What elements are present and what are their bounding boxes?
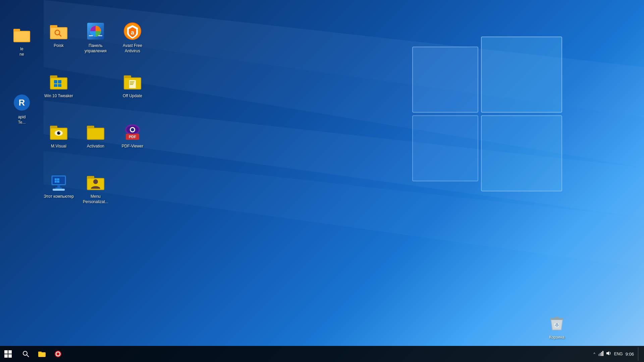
icon-win10tweaker-label: Win 10 Tweaker [44,94,73,99]
icon-activation-label: Activation [87,144,104,149]
svg-rect-1 [481,37,562,112]
svg-point-48 [59,132,60,133]
taskbar-volume-icon[interactable] [606,351,611,357]
svg-marker-92 [606,351,609,355]
svg-rect-67 [53,189,65,191]
svg-rect-24 [98,35,102,36]
svg-rect-32 [58,80,61,83]
svg-text:PDF: PDF [129,135,136,139]
icon-mvisual-label: M.Visual [51,144,66,149]
svg-rect-23 [89,35,93,36]
svg-rect-65 [57,185,60,187]
svg-rect-12 [14,32,30,42]
svg-rect-2 [413,116,478,181]
svg-rect-88 [598,354,599,356]
icon-empty-2 [116,169,149,220]
svg-rect-34 [58,84,61,87]
svg-rect-17 [51,28,67,39]
svg-rect-62 [57,178,59,180]
svg-rect-80 [8,354,12,358]
svg-rect-61 [55,178,57,180]
taskbar-language[interactable]: ENG [614,352,623,356]
icon-win10tweaker[interactable]: Win 10 Tweaker [42,69,75,119]
icon-avast-label: Avast Free Antivirus [117,43,149,54]
icon-pdf-viewer[interactable]: PDF PDF-Viewer [116,119,149,169]
svg-rect-75 [555,317,559,318]
taskbar: ^ ENG 9:06 [0,346,644,362]
icon-poisk-label: Poisk [54,43,63,49]
svg-rect-66 [55,187,62,189]
icon-poisk[interactable]: Poisk [42,18,75,69]
icon-empty-1 [79,69,112,119]
icon-off-update-label: Off Update [123,94,142,99]
desktop: lene R apidTe... [0,0,644,362]
svg-point-71 [93,179,98,184]
icon-pdf-label: PDF-Viewer [122,144,143,149]
svg-text:R: R [19,98,25,108]
svg-rect-89 [600,353,601,356]
icon-avast[interactable]: a Avast Free Antivirus [116,18,149,69]
desktop-icons-grid: Poisk [42,18,153,220]
svg-rect-3 [481,116,562,191]
svg-text:a: a [131,29,135,36]
icon-cpanel-label: Панель управления [80,43,112,54]
svg-rect-39 [130,81,135,82]
svg-rect-77 [4,350,8,354]
taskbar-network-icon[interactable] [598,351,603,357]
svg-rect-90 [601,352,602,356]
svg-rect-91 [602,351,603,356]
svg-line-82 [27,355,29,357]
svg-rect-51 [88,128,104,139]
svg-text:♻: ♻ [555,322,559,328]
recycle-bin-icon[interactable]: ♻ Корзина [547,313,567,340]
icon-mvisual[interactable]: M.Visual [42,119,75,169]
svg-rect-40 [130,83,134,83]
icon-thispc-label: Этот компьютер [44,194,74,199]
left-partial-icons: lene R apidTe... [0,18,44,128]
windows-logo [409,17,577,218]
taskbar-folder-icon[interactable] [34,346,50,362]
svg-rect-41 [130,84,133,85]
icon-this-pc[interactable]: Этот компьютер [42,169,75,220]
svg-rect-31 [54,80,57,83]
svg-rect-79 [4,354,8,358]
partial-icon-1[interactable]: lene [0,22,44,60]
icon-menu-personal[interactable]: Menu Personalizat... [79,169,112,220]
taskbar-browser-icon[interactable] [50,346,66,362]
recycle-bin-label: Корзина [549,335,565,340]
icon-control-panel[interactable]: Панель управления [79,18,112,69]
icon-off-update[interactable]: Off Update [116,69,149,119]
taskbar-pinned-icons [18,346,66,362]
svg-point-55 [131,128,134,131]
taskbar-system-tray: ^ ENG 9:06 [594,346,644,362]
icon-menu-personal-label: Menu Personalizat... [80,194,112,204]
svg-point-81 [23,351,27,355]
start-button[interactable] [0,346,16,362]
partial-icon-rapid[interactable]: R apidTe... [0,90,44,128]
svg-rect-63 [55,181,57,183]
taskbar-search-icon[interactable] [18,346,34,362]
show-desktop-button[interactable] [638,347,640,361]
svg-rect-64 [57,181,59,183]
svg-rect-0 [413,47,478,112]
taskbar-chevron[interactable]: ^ [594,352,595,356]
taskbar-clock[interactable]: 9:06 [626,352,634,357]
svg-rect-85 [39,353,45,357]
icon-activation[interactable]: Activation [79,119,112,169]
svg-rect-33 [54,84,57,87]
svg-rect-78 [8,350,12,354]
